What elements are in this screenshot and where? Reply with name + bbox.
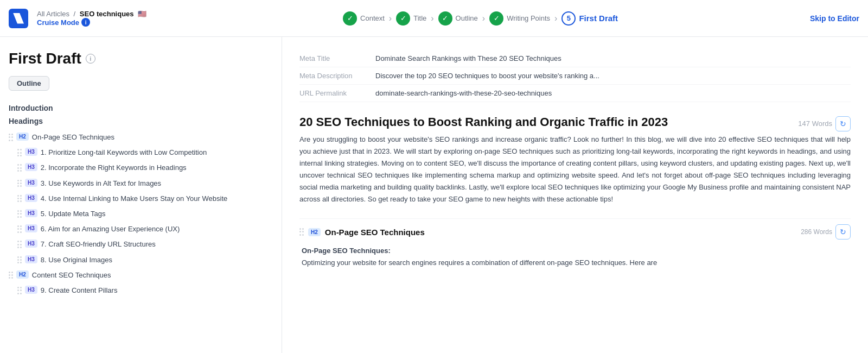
step-outline-label: Outline: [456, 14, 478, 22]
page-title: First Draft i: [9, 50, 273, 67]
section-word-count-value: 286 Words: [801, 228, 832, 236]
meta-desc-label: Meta Description: [299, 67, 375, 85]
refresh-section-button[interactable]: ↻: [835, 224, 851, 239]
tag-h2: H2: [16, 133, 29, 141]
step-writing-points-label: Writing Points: [507, 14, 550, 22]
step-context-check: ✓: [343, 11, 357, 26]
outline-item-text: Content SEO Techniques: [32, 270, 111, 280]
outline-item-text: 5. Update Meta Tags: [41, 209, 106, 219]
drag-handle-icon: [9, 272, 13, 279]
outline-item-text: 3. Use Keywords in Alt Text for Images: [41, 179, 161, 188]
article-title-text: 20 SEO Techniques to Boost Ranking and O…: [299, 115, 668, 129]
section-h2-title: On-Page SEO Techniques: [325, 228, 796, 237]
page-title-info-icon[interactable]: i: [86, 54, 95, 64]
breadcrumb: All Articles / SEO techniques 🇺🇸 Cruise …: [37, 10, 146, 27]
outline-item-h3-3[interactable]: H3 3. Use Keywords in Alt Text for Image…: [17, 176, 273, 191]
page-title-text: First Draft: [9, 50, 81, 67]
flag-icon: 🇺🇸: [138, 10, 146, 18]
outline-item-h3-6[interactable]: H3 6. Aim for an Amazing User Experience…: [17, 222, 273, 237]
cruise-mode-info-icon[interactable]: i: [81, 18, 90, 27]
drag-handle-icon: [17, 195, 22, 203]
tag-h3: H3: [25, 239, 37, 248]
drag-handle-icon: [17, 210, 22, 218]
drag-handle-icon: [17, 164, 22, 172]
cruise-mode-button[interactable]: Cruise Mode i: [37, 18, 146, 27]
outline-button[interactable]: Outline: [9, 76, 49, 91]
url-label: URL Permalink: [299, 85, 375, 102]
cruise-mode-label: Cruise Mode: [37, 18, 79, 27]
meta-title-row: Meta Title Dominate Search Rankings with…: [299, 50, 851, 67]
progress-steps: ✓ Context › ✓ Title › ✓ Outline › ✓ Writ…: [159, 11, 801, 26]
outline-item-text: 1. Prioritize Long-tail Keywords with Lo…: [41, 148, 207, 157]
drag-handle-icon: [17, 256, 22, 264]
step-context-label: Context: [360, 14, 385, 22]
step-outline[interactable]: ✓ Outline: [438, 11, 478, 26]
tag-h3: H3: [25, 163, 37, 171]
step-title-check: ✓: [396, 11, 410, 26]
step-title[interactable]: ✓ Title: [396, 11, 426, 26]
refresh-intro-button[interactable]: ↻: [835, 116, 851, 131]
section-onpage-header: H2 On-Page SEO Techniques 286 Words ↻: [299, 218, 851, 245]
logo: [9, 9, 28, 28]
section-body: On-Page SEO Techniques: Optimizing your …: [299, 245, 851, 269]
step-first-draft[interactable]: 5 First Draft: [561, 11, 618, 26]
step-writing-points[interactable]: ✓ Writing Points: [489, 11, 550, 26]
step-outline-check: ✓: [438, 11, 452, 26]
headings-section-label: Headings: [9, 117, 273, 125]
outline-list: H2 On-Page SEO Techniques H3 1. Prioriti…: [9, 130, 273, 298]
step-arrow-2: ›: [431, 14, 433, 23]
drag-handle-icon: [17, 287, 22, 294]
section-word-count: 286 Words ↻: [801, 224, 851, 239]
section-body-label: On-Page SEO Techniques:: [302, 247, 391, 255]
meta-title-label: Meta Title: [299, 50, 375, 67]
url-row: URL Permalink dominate-search-rankings-w…: [299, 85, 851, 102]
url-value[interactable]: dominate-search-rankings-with-these-20-s…: [375, 85, 851, 102]
word-count-value: 147 Words: [798, 119, 832, 128]
outline-item-text: 7. Craft SEO-friendly URL Structures: [41, 239, 156, 249]
content-area: Meta Title Dominate Search Rankings with…: [282, 37, 868, 353]
tag-h3: H3: [25, 286, 37, 294]
article-title-row: 20 SEO Techniques to Boost Ranking and O…: [299, 115, 851, 131]
outline-item-h3-2[interactable]: H3 2. Incorporate the Right Keywords in …: [17, 160, 273, 175]
drag-handle-icon: [17, 241, 22, 248]
drag-handle-icon: [17, 180, 22, 187]
breadcrumb-path: All Articles / SEO techniques 🇺🇸: [37, 10, 146, 18]
outline-item-h3-8[interactable]: H3 8. Use Original Images: [17, 253, 273, 268]
outline-item-h2-onpage[interactable]: H2 On-Page SEO Techniques: [9, 130, 273, 145]
breadcrumb-sep: /: [74, 10, 76, 18]
drag-handle-icon: [9, 134, 13, 141]
section-drag-handle: [299, 228, 304, 236]
drag-handle-icon: [17, 149, 22, 156]
step-context[interactable]: ✓ Context: [343, 11, 385, 26]
introduction-section-label: Introduction: [9, 104, 273, 112]
word-count-area: 147 Words ↻: [798, 116, 851, 131]
outline-item-text: 6. Aim for an Amazing User Experience (U…: [41, 224, 180, 234]
step-first-draft-number: 5: [561, 11, 576, 26]
step-arrow-3: ›: [482, 14, 485, 23]
outline-item-h3-5[interactable]: H3 5. Update Meta Tags: [17, 206, 273, 222]
drag-handle-icon: [17, 225, 22, 233]
sidebar: First Draft i Outline Introduction Headi…: [0, 37, 282, 353]
outline-item-h2-content[interactable]: H2 Content SEO Techniques: [9, 268, 273, 283]
step-first-draft-label: First Draft: [579, 14, 618, 23]
header: All Articles / SEO techniques 🇺🇸 Cruise …: [0, 0, 868, 37]
outline-item-h3-1[interactable]: H3 1. Prioritize Long-tail Keywords with…: [17, 145, 273, 160]
outline-item-h3-9[interactable]: H3 9. Create Content Pillars: [17, 283, 273, 298]
step-writing-points-check: ✓: [489, 11, 503, 26]
logo-mark: [13, 13, 24, 24]
meta-desc-value[interactable]: Discover the top 20 SEO techniques to bo…: [375, 67, 851, 85]
tag-h3: H3: [25, 224, 37, 232]
section-h2-tag: H2: [308, 228, 321, 236]
outline-item-text: 9. Create Content Pillars: [41, 286, 118, 295]
tag-h3: H3: [25, 209, 37, 217]
skip-to-editor-button[interactable]: Skip to Editor: [810, 14, 859, 23]
outline-item-text: 4. Use Internal Linking to Make Users St…: [41, 194, 227, 204]
section-body-text: Optimizing your website for search engin…: [302, 259, 657, 267]
tag-h3: H3: [25, 179, 37, 187]
outline-item-h3-7[interactable]: H3 7. Craft SEO-friendly URL Structures: [17, 237, 273, 252]
step-arrow-1: ›: [389, 14, 392, 23]
outline-item-text: 8. Use Original Images: [41, 255, 112, 265]
breadcrumb-all[interactable]: All Articles: [37, 10, 69, 18]
outline-item-h3-4[interactable]: H3 4. Use Internal Linking to Make Users…: [17, 191, 273, 206]
meta-title-value[interactable]: Dominate Search Rankings with These 20 S…: [375, 50, 851, 67]
